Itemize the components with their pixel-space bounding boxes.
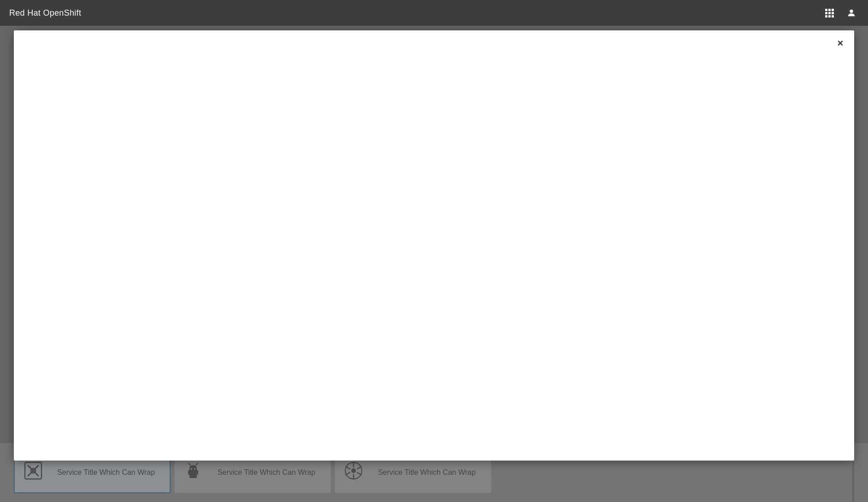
- modal-dialog: ×: [14, 30, 854, 461]
- waffle-grid: [825, 9, 834, 18]
- navbar: Red Hat OpenShift: [0, 0, 868, 26]
- modal-close-button[interactable]: ×: [834, 37, 847, 50]
- user-icon[interactable]: [844, 6, 859, 20]
- user-avatar-svg: [846, 8, 856, 18]
- modal-overlay[interactable]: ×: [0, 26, 868, 502]
- main-content: B C A × Service Title Which: [0, 26, 868, 502]
- navbar-actions: [822, 6, 859, 20]
- app-brand: Red Hat OpenShift: [9, 8, 81, 18]
- grid-icon[interactable]: [822, 6, 837, 20]
- svg-point-0: [850, 10, 853, 13]
